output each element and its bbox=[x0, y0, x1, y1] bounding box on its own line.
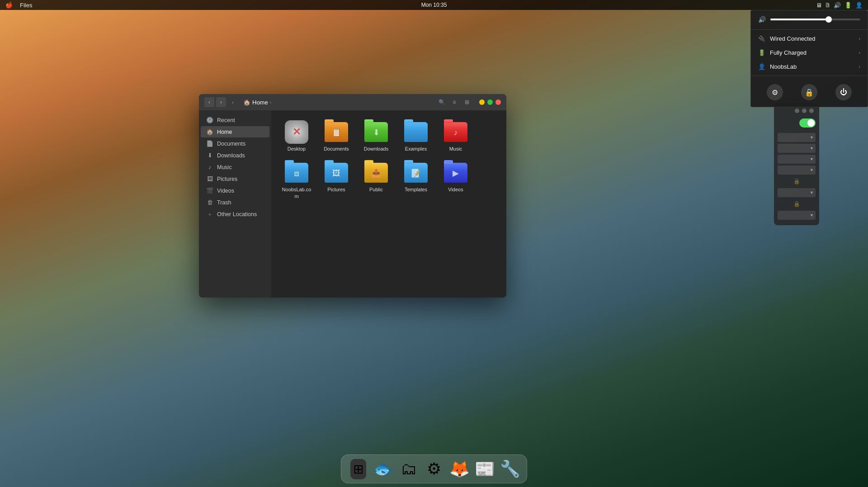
sidebar-item-pictures[interactable]: 🖼 Pictures bbox=[201, 173, 269, 184]
files-icon: 🗂 bbox=[401, 459, 417, 478]
titlebar: ‹ › ‹ 🏠 Home › 🔍 ≡ ⊞ bbox=[199, 94, 506, 110]
rp-dot-2[interactable] bbox=[802, 109, 807, 113]
recent-icon: 🕐 bbox=[206, 117, 213, 123]
battery-arrow-icon: › bbox=[859, 50, 860, 55]
rp-dropdown-5[interactable]: ▼ bbox=[778, 188, 816, 197]
dock-item-firefox[interactable]: 🦊 bbox=[448, 458, 471, 480]
dropdown-2-arrow: ▼ bbox=[810, 146, 814, 151]
search-button[interactable]: 🔍 bbox=[437, 97, 447, 107]
close-button[interactable] bbox=[495, 99, 501, 105]
examples-folder-icon bbox=[404, 120, 428, 144]
docs-inner-icon: 📋 bbox=[331, 128, 341, 137]
forward-icon: › bbox=[220, 99, 222, 105]
parent-button[interactable]: ‹ bbox=[228, 97, 238, 107]
topbar-clock: Mon 10:35 bbox=[421, 2, 447, 8]
file-item-public[interactable]: 📤 Public bbox=[358, 158, 394, 202]
rp-toggle-row bbox=[778, 117, 816, 131]
music-folder-icon: ♪ bbox=[444, 120, 467, 144]
sidebar-item-documents[interactable]: 📄 Documents bbox=[201, 138, 269, 149]
rp-dots-row bbox=[778, 107, 816, 117]
dock-item-files[interactable]: 🗂 bbox=[397, 458, 420, 480]
config-icon: 🔧 bbox=[500, 459, 520, 478]
trash-icon: 🗑 bbox=[206, 199, 213, 206]
dropdown-6-arrow: ▼ bbox=[810, 213, 814, 217]
apple-icon[interactable]: 🍎 bbox=[5, 2, 13, 9]
other-locations-label: Other Locations bbox=[217, 211, 257, 217]
user-arrow-icon: › bbox=[859, 64, 860, 69]
pics-folder-shape: 🖼 bbox=[325, 163, 348, 183]
templates-folder-icon: 📝 bbox=[404, 161, 428, 184]
sidebar-item-music[interactable]: ♪ Music bbox=[201, 161, 269, 173]
dock-item-dash[interactable]: ⊞ bbox=[347, 458, 369, 480]
file-item-pictures[interactable]: 🖼 Pictures bbox=[318, 158, 354, 202]
file-grid: Desktop 📋 Documents ⬇ Downloads bbox=[271, 110, 506, 298]
rp-dropdown-4[interactable]: ▼ bbox=[778, 165, 816, 175]
user-item[interactable]: 👤 NoobsLab › bbox=[751, 60, 868, 74]
user-icon[interactable]: 👤 bbox=[855, 2, 863, 9]
pictures-icon: 🖼 bbox=[206, 175, 213, 182]
parent-icon: ‹ bbox=[232, 99, 234, 105]
sidebar-item-trash[interactable]: 🗑 Trash bbox=[201, 197, 269, 208]
minimize-button[interactable] bbox=[479, 99, 485, 105]
file-item-music[interactable]: ♪ Music bbox=[438, 118, 474, 155]
pictures-folder-icon: 🖼 bbox=[325, 161, 348, 184]
music-folder-shape: ♪ bbox=[444, 122, 467, 142]
list-view-button[interactable]: ≡ bbox=[449, 97, 459, 107]
examples-folder-shape bbox=[404, 122, 428, 142]
videos-inner-icon: ▶ bbox=[453, 168, 459, 178]
audio-icon[interactable]: 🔊 bbox=[834, 2, 841, 9]
wired-arrow-icon: › bbox=[859, 36, 860, 41]
dock: ⊞ 🐟 🗂 ⚙ 🦊 📰 🔧 bbox=[341, 454, 527, 483]
sidebar-item-recent[interactable]: 🕐 Recent bbox=[201, 114, 269, 126]
maximize-button[interactable] bbox=[487, 99, 493, 105]
file-item-noobslab[interactable]: 🖼 NoobsLab.com bbox=[278, 158, 315, 202]
sidebar-item-downloads[interactable]: ⬇ Downloads bbox=[201, 150, 269, 161]
sidebar-item-home[interactable]: 🏠 Home bbox=[201, 126, 269, 137]
rp-dot-1[interactable] bbox=[795, 109, 799, 113]
fully-charged-item[interactable]: 🔋 Fully Charged › bbox=[751, 46, 868, 60]
dropdown-4-arrow: ▼ bbox=[810, 168, 814, 172]
rp-dropdown-2[interactable]: ▼ bbox=[778, 144, 816, 153]
volume-icon: 🔊 bbox=[758, 16, 766, 23]
dock-item-config[interactable]: 🔧 bbox=[499, 458, 521, 480]
desktop-label: Desktop bbox=[288, 146, 306, 152]
file-item-templates[interactable]: 📝 Templates bbox=[398, 158, 434, 202]
dock-item-utilities[interactable]: ⚙ bbox=[423, 458, 445, 480]
settings-button[interactable]: ⚙ bbox=[767, 84, 783, 100]
wired-connected-item[interactable]: 🔌 Wired Connected › bbox=[751, 32, 868, 46]
volume-row: 🔊 bbox=[751, 10, 868, 28]
dock-item-filenew[interactable]: 📰 bbox=[473, 458, 496, 480]
sidebar-item-other-locations[interactable]: + Other Locations bbox=[201, 208, 269, 220]
panel-divider-1 bbox=[751, 29, 868, 30]
downloads-folder-icon: ⬇ bbox=[364, 120, 388, 144]
rp-dropdown-6[interactable]: ▼ bbox=[778, 211, 816, 220]
rp-dot-3[interactable] bbox=[809, 109, 814, 113]
volume-thumb[interactable] bbox=[826, 16, 832, 23]
bluetooth-icon[interactable]: 𝔹 bbox=[826, 2, 830, 9]
downloads-inner-icon: ⬇ bbox=[373, 128, 380, 137]
back-button[interactable]: ‹ bbox=[204, 97, 214, 107]
rp-dropdown-1[interactable]: ▼ bbox=[778, 133, 816, 142]
dash-icon: ⊞ bbox=[350, 459, 366, 479]
volume-slider[interactable] bbox=[770, 19, 860, 20]
trash-label: Trash bbox=[217, 199, 231, 206]
grid-view-button[interactable]: ⊞ bbox=[462, 97, 472, 107]
file-item-videos[interactable]: ▶ Videos bbox=[438, 158, 474, 202]
lock-button[interactable]: 🔒 bbox=[801, 84, 817, 100]
sidebar-item-videos[interactable]: 🎬 Videos bbox=[201, 185, 269, 196]
battery-icon[interactable]: 🔋 bbox=[844, 2, 852, 9]
dock-item-finder[interactable]: 🐟 bbox=[372, 458, 395, 480]
forward-button[interactable]: › bbox=[216, 97, 226, 107]
file-item-desktop[interactable]: Desktop bbox=[278, 118, 315, 155]
utilities-icon: ⚙ bbox=[427, 459, 441, 478]
downloads-label: Downloads bbox=[217, 152, 245, 159]
dropdown-1-arrow: ▼ bbox=[810, 135, 814, 140]
file-item-examples[interactable]: Examples bbox=[398, 118, 434, 155]
power-button[interactable]: ⏻ bbox=[835, 84, 852, 100]
file-item-documents[interactable]: 📋 Documents bbox=[318, 118, 354, 155]
file-item-downloads[interactable]: ⬇ Downloads bbox=[358, 118, 394, 155]
rp-dropdown-3[interactable]: ▼ bbox=[778, 155, 816, 164]
music-icon: ♪ bbox=[206, 164, 213, 170]
screen-icon[interactable]: 🖥 bbox=[816, 2, 822, 9]
rp-toggle[interactable] bbox=[799, 118, 816, 128]
